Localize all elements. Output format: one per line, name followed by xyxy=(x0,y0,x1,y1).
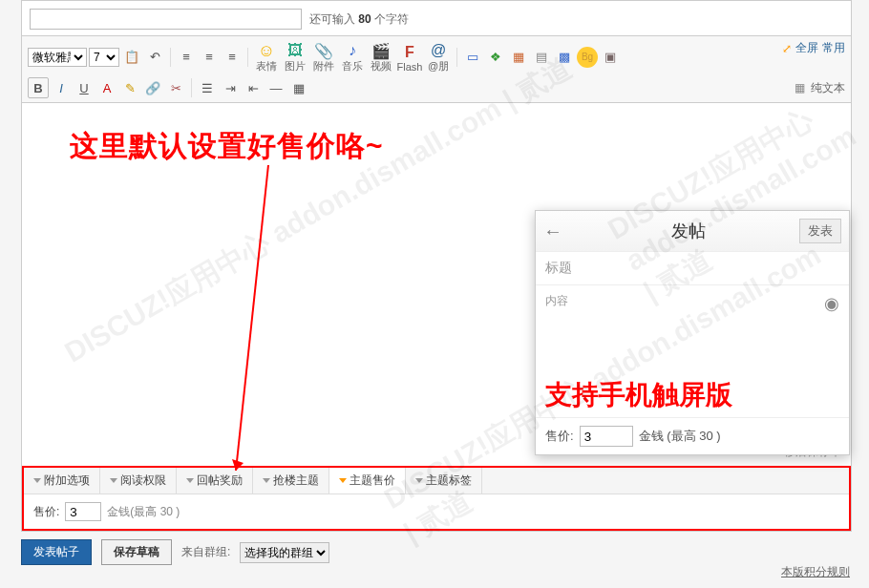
outdent-icon[interactable]: ⇤ xyxy=(243,77,264,98)
annotation-mobile: 支持手机触屏版 xyxy=(536,371,849,417)
align-center-icon[interactable]: ≡ xyxy=(199,47,220,68)
at-icon[interactable]: @ xyxy=(428,40,449,61)
mobile-back-icon[interactable]: ← xyxy=(543,220,578,242)
annotation-main: 这里默认设置好售价咯~ xyxy=(70,127,384,166)
mobile-price-input[interactable] xyxy=(580,426,633,447)
mobile-content-field[interactable]: 内容 ◉ xyxy=(536,285,849,371)
submit-post-button[interactable]: 发表帖子 xyxy=(21,539,92,565)
bg-color-icon[interactable]: ✎ xyxy=(119,77,140,98)
title-char-hint: 还可输入 80 个字符 xyxy=(309,11,409,28)
font-color-icon[interactable]: A xyxy=(96,77,117,98)
price-unit: 金钱(最高 30 ) xyxy=(107,504,180,520)
video-icon[interactable]: 🎬 xyxy=(371,40,392,61)
post-title-input[interactable] xyxy=(30,9,302,30)
extra1-icon[interactable]: ▭ xyxy=(462,47,483,68)
price-input[interactable] xyxy=(65,502,101,521)
paste-icon[interactable]: 📋 xyxy=(121,47,142,68)
common-link[interactable]: 常用 xyxy=(822,40,845,56)
extra6-icon[interactable]: Bg xyxy=(577,47,598,68)
mobile-publish-button[interactable]: 发表 xyxy=(799,219,841,243)
align-right-icon[interactable]: ≡ xyxy=(222,47,243,68)
mobile-title-field[interactable]: 标题 xyxy=(536,252,849,285)
underline-icon[interactable]: U xyxy=(74,77,95,98)
unlink-icon[interactable]: ✂ xyxy=(165,77,186,98)
price-label: 售价: xyxy=(33,504,59,520)
italic-icon[interactable]: I xyxy=(51,77,72,98)
font-family-select[interactable]: 微软雅黑 xyxy=(28,48,87,67)
mobile-price-unit: 金钱 (最高 30 ) xyxy=(639,428,721,445)
forum-credit-rules-link[interactable]: 本版积分规则 xyxy=(781,564,850,580)
tab-thread-price[interactable]: 主题售价 xyxy=(329,468,406,494)
font-size-select[interactable]: 7 xyxy=(89,48,119,67)
align-left-icon[interactable]: ≡ xyxy=(176,47,197,68)
extra2-icon[interactable]: ❖ xyxy=(485,47,506,68)
extra7-icon[interactable]: ▣ xyxy=(600,47,621,68)
music-icon[interactable]: ♪ xyxy=(342,40,363,61)
group-label: 来自群组: xyxy=(181,544,230,560)
options-highlight-box: 附加选项 阅读权限 回帖奖励 抢楼主题 主题售价 主题标签 售价: 金钱(最高 … xyxy=(22,466,851,531)
svg-line-0 xyxy=(236,165,268,471)
price-panel: 售价: 金钱(最高 30 ) xyxy=(24,494,849,529)
mobile-price-label: 售价: xyxy=(545,428,574,445)
indent-icon[interactable]: ⇥ xyxy=(220,77,241,98)
attachment-icon[interactable]: 📎 xyxy=(313,40,334,61)
hr-icon[interactable]: — xyxy=(265,77,286,98)
tab-thread-tags[interactable]: 主题标签 xyxy=(406,468,482,494)
table-icon[interactable]: ▦ xyxy=(288,77,309,98)
tab-extra-options[interactable]: 附加选项 xyxy=(24,468,100,494)
bold-icon[interactable]: B xyxy=(28,77,49,98)
annotation-arrow-icon xyxy=(232,165,270,480)
extra5-icon[interactable]: ▩ xyxy=(554,47,575,68)
extra3-icon[interactable]: ▦ xyxy=(508,47,529,68)
emotion-icon[interactable]: ☺ xyxy=(256,40,277,61)
tab-read-permission[interactable]: 阅读权限 xyxy=(100,468,177,494)
camera-icon[interactable]: ◉ xyxy=(824,293,839,314)
list-icon[interactable]: ☰ xyxy=(197,77,218,98)
group-select[interactable]: 选择我的群组 xyxy=(240,542,329,563)
mobile-preview-panel: ← 发帖 发表 标题 内容 ◉ 支持手机触屏版 售价: 金钱 (最高 30 ) xyxy=(535,210,850,455)
save-draft-button[interactable]: 保存草稿 xyxy=(101,539,172,565)
flash-icon[interactable]: F xyxy=(399,42,420,63)
image-icon[interactable]: 🖼 xyxy=(285,40,306,61)
extra4-icon[interactable]: ▤ xyxy=(531,47,552,68)
fullscreen-link[interactable]: 全屏 xyxy=(795,40,818,56)
link-icon[interactable]: 🔗 xyxy=(142,77,163,98)
fullscreen-icon: ⤢ xyxy=(782,42,792,55)
mobile-title: 发帖 xyxy=(671,220,706,242)
undo-icon[interactable]: ↶ xyxy=(144,47,165,68)
options-tabs: 附加选项 阅读权限 回帖奖励 抢楼主题 主题售价 主题标签 xyxy=(24,468,849,494)
editor-toolbar: 微软雅黑 7 📋 ↶ ≡ ≡ ≡ ☺表情 🖼图片 📎附件 ♪音乐 🎬视频 FFl… xyxy=(22,35,851,103)
plaintext-link[interactable]: 纯文本 xyxy=(811,80,845,96)
